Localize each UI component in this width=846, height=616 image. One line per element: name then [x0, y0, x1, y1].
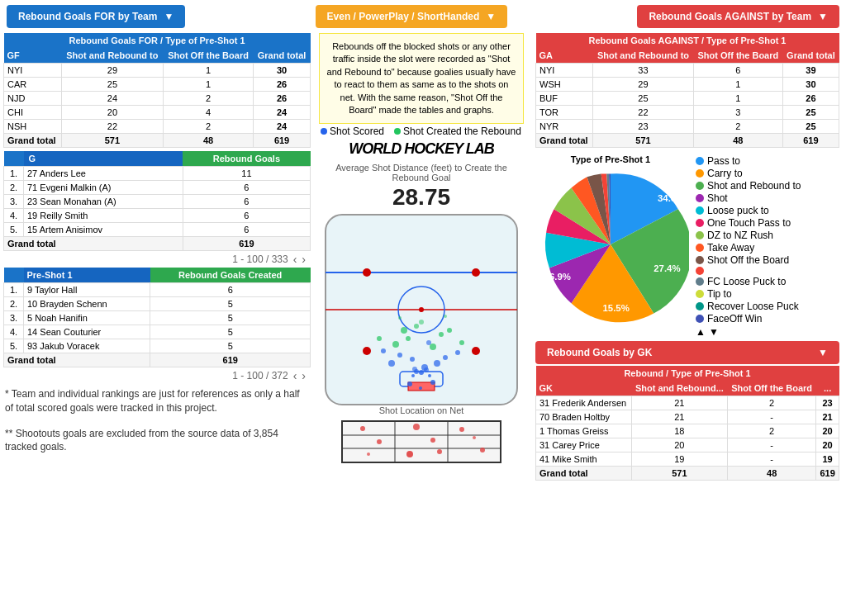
shot-scored-legend: Shot Scored	[321, 126, 384, 137]
shot-rebound-dot	[696, 182, 704, 190]
shot-created-legend: Shot Created the Rebound	[394, 126, 521, 137]
footer-notes: * Team and individual rankings are just …	[0, 384, 314, 457]
svg-point-24	[439, 332, 444, 337]
gk-dropdown-label: Rebound Goals by GK	[547, 347, 652, 358]
gk-dropdown-container: Rebound Goals by GK ▼	[532, 341, 843, 366]
svg-point-46	[360, 426, 365, 431]
for-col-shot-rebound: Shot and Rebound to	[61, 48, 163, 64]
gk-grand-total-row: Grand total 571 48 619	[536, 467, 839, 481]
for-team-arrow: ▼	[164, 11, 173, 22]
svg-point-19	[455, 350, 460, 355]
svg-point-37	[424, 367, 429, 372]
sort-up-arrow[interactable]: ▲	[696, 326, 706, 338]
carry-to-dot	[696, 169, 704, 178]
gk-dropdown[interactable]: Rebound Goals by GK ▼	[535, 341, 839, 364]
individual-created-table: Pre-Shot 1 Rebound Goals Created 1. 9 Ta…	[3, 268, 311, 367]
svg-point-7	[472, 268, 480, 277]
shot-created-dot	[394, 128, 401, 135]
legend-recover: Recover Loose Puck	[696, 301, 801, 312]
svg-point-21	[392, 341, 399, 348]
for-col-shot-board: Shot Off the Board	[163, 48, 253, 64]
table-row: BUF 25 1 26	[536, 92, 839, 106]
against-col-shot-rebound: Shot and Rebound to	[593, 48, 694, 64]
created-next-btn[interactable]: ›	[302, 369, 306, 382]
rink-diagram	[317, 211, 525, 409]
for-table-title: Rebound Goals FOR / Type of Pre-Shot 1	[4, 33, 311, 48]
table-row: 2. 71 Evgeni Malkin (A) 6	[4, 181, 311, 195]
svg-point-39	[411, 374, 415, 377]
svg-point-17	[443, 355, 448, 360]
pie-title: Type of Pre-Shot 1	[532, 154, 689, 164]
rink-svg	[317, 211, 525, 409]
svg-point-8	[363, 347, 371, 355]
svg-point-30	[407, 381, 412, 386]
svg-point-13	[410, 357, 415, 362]
svg-text:15.5%: 15.5%	[603, 303, 630, 313]
sort-arrows[interactable]: ▲ ▼	[696, 326, 801, 338]
against-table-section: Rebound Goals AGAINST / Type of Pre-Shot…	[532, 33, 843, 148]
shot-created-label: Shot Created the Rebound	[403, 126, 521, 137]
table-row: 1. 9 Taylor Hall 6	[4, 283, 311, 297]
pass-to-dot	[696, 157, 704, 165]
table-row: 1. 27 Anders Lee 11	[4, 167, 311, 181]
tip-to-dot	[696, 290, 704, 298]
center-panel: Rebounds off the blocked shots or any ot…	[314, 33, 529, 611]
gk-dropdown-arrow: ▼	[818, 347, 828, 358]
table-row: NSH 22 2 24	[4, 120, 311, 134]
legend-dz-nz: DZ to NZ Rush	[696, 230, 801, 241]
legend-shot: Shot	[696, 192, 801, 204]
svg-point-14	[434, 360, 440, 367]
net-diagram	[317, 417, 525, 469]
table-row: 3. 23 Sean Monahan (A) 6	[4, 195, 311, 209]
table-row: 31 Carey Price 20 - 20	[536, 438, 839, 453]
recover-dot	[696, 302, 704, 310]
distance-value: 28.75	[317, 184, 525, 211]
fc-loose-dot	[696, 277, 704, 286]
svg-point-53	[437, 449, 442, 454]
svg-point-38	[419, 370, 424, 375]
shot-board-dot	[696, 256, 704, 264]
strength-dropdown[interactable]: Even / PowerPlay / ShortHanded ▼	[316, 5, 508, 28]
red-dot	[696, 267, 704, 275]
table-row: 5. 93 Jakub Voracek 5	[4, 339, 311, 353]
table-row: 1 Thomas Greiss 18 2 20	[536, 424, 839, 438]
ind-rg-header: Rebound Goals Created	[150, 268, 311, 283]
gk-table: Rebound / Type of Pre-Shot 1 GK Shot and…	[535, 366, 839, 481]
table-row: 4. 19 Reilly Smith 6	[4, 209, 311, 223]
table-row: 2. 10 Brayden Schenn 5	[4, 297, 311, 311]
against-team-dropdown[interactable]: Rebound Goals AGAINST by Team ▼	[637, 5, 839, 28]
created-prev-btn[interactable]: ‹	[293, 369, 297, 382]
whl-logo: WORLD HOCKEY LAB	[317, 137, 525, 161]
svg-point-25	[377, 336, 382, 341]
goals-pagination: 1 - 100 / 333 ‹ ›	[3, 251, 311, 268]
against-team-label: Rebound Goals AGAINST by Team	[649, 11, 811, 22]
gk-col-total: ...	[816, 381, 839, 396]
svg-point-20	[426, 340, 431, 345]
goals-next-btn[interactable]: ›	[302, 253, 306, 266]
svg-point-27	[414, 324, 419, 329]
for-col-total: Grand total	[254, 48, 311, 64]
sort-down-arrow[interactable]: ▼	[709, 326, 719, 338]
pie-legend: Pass to Carry to Shot and Rebound to Sho…	[696, 154, 801, 338]
shot-scored-dot	[321, 128, 327, 135]
svg-point-6	[363, 268, 371, 277]
for-team-label: Rebound Goals FOR by Team	[18, 11, 157, 22]
ind-rebound-header: Rebound Goals	[183, 151, 310, 167]
legend-red	[696, 267, 801, 275]
distance-label: Average Shot Distance (feet) to Create t…	[317, 163, 525, 182]
created-page-info: 1 - 100 / 372	[232, 370, 288, 381]
for-table: Rebound Goals FOR / Type of Pre-Shot 1 G…	[3, 33, 311, 148]
right-panel: Rebound Goals AGAINST / Type of Pre-Shot…	[529, 33, 846, 611]
svg-point-48	[413, 424, 420, 430]
carey-price-row: 31 Carey Price	[536, 438, 632, 453]
for-team-dropdown[interactable]: Rebound Goals FOR by Team ▼	[7, 5, 185, 28]
svg-point-35	[444, 315, 447, 318]
ind-g-header: G	[24, 151, 183, 167]
svg-point-54	[367, 453, 370, 456]
svg-point-36	[412, 367, 417, 372]
individual-goals-section: G Rebound Goals 1. 27 Anders Lee 11 2. 7…	[0, 151, 314, 268]
shot-legend: Shot Scored Shot Created the Rebound	[321, 126, 525, 137]
goals-prev-btn[interactable]: ‹	[293, 253, 297, 266]
against-col-shot-board: Shot Off the Board	[693, 48, 782, 64]
table-row: 31 Frederik Andersen 21 2 23	[536, 396, 839, 410]
